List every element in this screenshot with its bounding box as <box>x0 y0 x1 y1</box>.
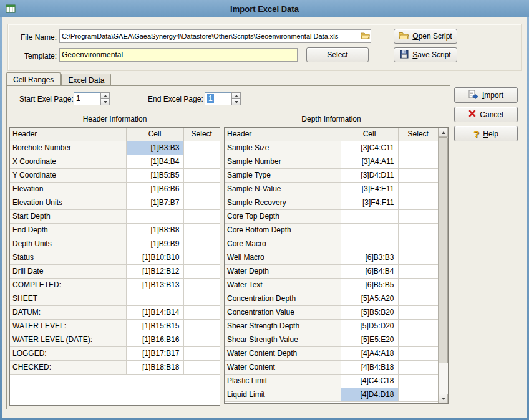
table-row[interactable]: COMPLETED: [1]B13:B13 <box>10 279 220 292</box>
table-row[interactable]: DATUM: [1]B14:B14 <box>10 306 220 320</box>
cell-range-cell[interactable]: [3]E4:E11 <box>341 183 398 196</box>
cell-range-cell[interactable]: [1]B3:B3 <box>126 141 183 155</box>
title-bar[interactable]: Import Excel Data <box>0 0 529 17</box>
file-name-input[interactable] <box>59 29 371 43</box>
cell-range-cell[interactable]: [3]D4:D11 <box>341 169 398 183</box>
import-button[interactable]: Import <box>454 87 518 103</box>
cell-range-cell[interactable]: [4]C4:C18 <box>341 375 398 388</box>
open-script-button[interactable]: Open Script <box>394 29 457 44</box>
cell-range-cell[interactable]: [1]B15:B15 <box>126 320 183 333</box>
browse-file-icon[interactable] <box>360 31 370 41</box>
cell-range-cell[interactable]: [3]F4:F11 <box>341 196 398 210</box>
select-cell[interactable] <box>183 155 220 169</box>
scroll-down-icon[interactable] <box>439 394 448 403</box>
tab-cell-ranges[interactable]: Cell Ranges <box>6 72 61 85</box>
select-cell[interactable] <box>398 347 438 361</box>
table-row[interactable]: Borehole Number [1]B3:B3 <box>10 141 220 155</box>
cell-range-cell[interactable]: [1]B10:B10 <box>126 251 183 265</box>
select-cell[interactable] <box>398 265 438 279</box>
select-cell[interactable] <box>398 361 438 375</box>
select-cell[interactable] <box>398 237 438 251</box>
select-cell[interactable] <box>183 361 220 375</box>
cell-range-cell[interactable]: [5]E5:E20 <box>341 333 398 347</box>
select-cell[interactable] <box>398 375 438 388</box>
table-row[interactable]: Depth Units [1]B9:B9 <box>10 237 220 251</box>
cell-range-cell[interactable]: [3]C4:C11 <box>341 141 398 155</box>
cell-range-cell[interactable]: [6]B3:B3 <box>341 251 398 265</box>
table-row[interactable]: Start Depth <box>10 210 220 224</box>
help-button[interactable]: ? Help <box>454 126 518 141</box>
select-cell[interactable] <box>398 251 438 265</box>
table-row[interactable]: Core Macro <box>225 237 438 251</box>
cell-range-cell[interactable]: [4]D4:D18 <box>341 388 398 402</box>
table-row[interactable]: Water Content [4]B4:B18 <box>225 361 438 375</box>
start-page-down-icon[interactable] <box>100 98 110 105</box>
select-cell[interactable] <box>398 224 438 237</box>
select-cell[interactable] <box>183 347 220 361</box>
select-cell[interactable] <box>183 141 220 155</box>
table-row[interactable]: Liquid Limit [4]D4:D18 <box>225 388 438 402</box>
cell-range-cell[interactable]: [1]B12:B12 <box>126 265 183 279</box>
select-cell[interactable] <box>398 169 438 183</box>
column-header[interactable]: Header <box>10 128 126 141</box>
cell-range-cell[interactable]: [6]B5:B5 <box>341 279 398 292</box>
select-cell[interactable] <box>183 320 220 333</box>
cell-range-cell[interactable] <box>126 210 183 224</box>
select-cell[interactable] <box>398 210 438 224</box>
cell-range-cell[interactable]: [4]A4:A18 <box>341 347 398 361</box>
select-cell[interactable] <box>398 388 438 402</box>
table-row[interactable]: End Depth [1]B8:B8 <box>10 224 220 237</box>
cell-range-cell[interactable] <box>126 292 183 306</box>
table-row[interactable]: Core Bottom Depth <box>225 224 438 237</box>
cell-range-cell[interactable]: [1]B13:B13 <box>126 279 183 292</box>
table-row[interactable]: WATER LEVEL: [1]B15:B15 <box>10 320 220 333</box>
select-cell[interactable] <box>398 292 438 306</box>
select-cell[interactable] <box>183 210 220 224</box>
select-cell[interactable] <box>183 224 220 237</box>
start-page-value[interactable]: 1 <box>74 92 100 105</box>
cell-range-cell[interactable]: [1]B5:B5 <box>126 169 183 183</box>
cell-range-cell[interactable] <box>341 237 398 251</box>
table-row[interactable]: Status [1]B10:B10 <box>10 251 220 265</box>
vertical-scrollbar[interactable] <box>438 128 448 403</box>
table-row[interactable]: Elevation [1]B6:B6 <box>10 183 220 196</box>
select-cell[interactable] <box>183 183 220 196</box>
select-cell[interactable] <box>183 237 220 251</box>
table-row[interactable]: Water Depth [6]B4:B4 <box>225 265 438 279</box>
tab-excel-data[interactable]: Excel Data <box>61 74 111 85</box>
template-input[interactable] <box>59 48 298 62</box>
table-row[interactable]: SHEET <box>10 292 220 306</box>
table-row[interactable]: Well Macro [6]B3:B3 <box>225 251 438 265</box>
table-row[interactable]: Sample Type [3]D4:D11 <box>225 169 438 183</box>
select-cell[interactable] <box>183 251 220 265</box>
cell-range-cell[interactable]: [1]B14:B14 <box>126 306 183 320</box>
table-row[interactable]: Shear Strength Value [5]E5:E20 <box>225 333 438 347</box>
table-row[interactable]: Concentration Value [5]B5:B20 <box>225 306 438 320</box>
select-cell[interactable] <box>183 279 220 292</box>
select-cell[interactable] <box>183 265 220 279</box>
table-row[interactable]: Core Top Depth <box>225 210 438 224</box>
cell-range-cell[interactable] <box>341 224 398 237</box>
cell-range-cell[interactable]: [1]B7:B7 <box>126 196 183 210</box>
cell-range-cell[interactable] <box>341 210 398 224</box>
table-row[interactable]: Elevation Units [1]B7:B7 <box>10 196 220 210</box>
select-cell[interactable] <box>398 183 438 196</box>
cell-range-cell[interactable]: [5]A5:A20 <box>341 292 398 306</box>
cell-range-cell[interactable]: [1]B8:B8 <box>126 224 183 237</box>
table-row[interactable]: CHECKED: [1]B18:B18 <box>10 361 220 375</box>
table-row[interactable]: Y Coordinate [1]B5:B5 <box>10 169 220 183</box>
select-cell[interactable] <box>183 292 220 306</box>
cell-range-cell[interactable]: [1]B16:B16 <box>126 333 183 347</box>
select-cell[interactable] <box>398 155 438 169</box>
table-row[interactable]: Sample Size [3]C4:C11 <box>225 141 438 155</box>
end-page-down-icon[interactable] <box>231 98 241 105</box>
column-cell[interactable]: Cell <box>126 128 183 141</box>
table-row[interactable]: X Coordinate [1]B4:B4 <box>10 155 220 169</box>
cell-range-cell[interactable]: [4]B4:B18 <box>341 361 398 375</box>
table-row[interactable]: Sample Number [3]A4:A11 <box>225 155 438 169</box>
table-row[interactable]: Shear Strength Depth [5]D5:D20 <box>225 320 438 333</box>
cell-range-cell[interactable]: [1]B18:B18 <box>126 361 183 375</box>
select-cell[interactable] <box>183 196 220 210</box>
select-cell[interactable] <box>183 333 220 347</box>
select-cell[interactable] <box>398 333 438 347</box>
